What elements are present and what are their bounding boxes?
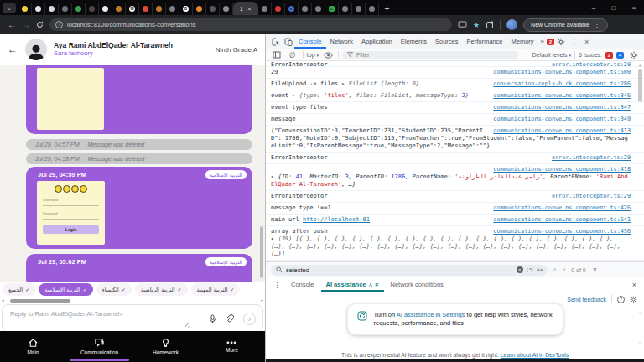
console-sidebar-icon[interactable] <box>270 49 283 60</box>
browser-tab[interactable] <box>206 3 220 15</box>
source-link[interactable]: error.interceptor.ts:29 <box>552 193 631 200</box>
next-match-icon[interactable]: ∨ <box>562 266 566 273</box>
chip-islamic-education[interactable]: التربية الإسلامية✓ <box>39 283 92 296</box>
console-prompt[interactable]: > <box>266 261 644 261</box>
context-selector[interactable]: top ▾ <box>307 52 319 58</box>
source-link[interactable]: communications-conve…ns.component.ts:347 <box>493 104 631 111</box>
source-link[interactable]: communications-conve…ns.component.ts:418 <box>493 166 631 173</box>
issues-warning-badge[interactable]: 4 <box>616 52 624 59</box>
message-bubble[interactable]: Jul 29, 04:59 PM التربية الإسلامية Usern… <box>26 167 252 249</box>
new-chrome-button[interactable]: New Chrome available ⋮ <box>523 18 607 32</box>
back-icon[interactable]: ← <box>8 21 16 29</box>
browser-tab[interactable] <box>272 3 285 15</box>
eye-icon[interactable] <box>322 49 335 60</box>
browser-tab[interactable] <box>312 3 325 15</box>
send-feedback-link[interactable]: Send feedback <box>567 297 606 303</box>
scroll-up-icon[interactable]: ▲ <box>637 62 643 67</box>
browser-tab[interactable] <box>339 3 352 15</box>
mic-icon[interactable] <box>206 313 219 325</box>
minimize-button[interactable]: – <box>584 4 604 12</box>
error-count-badge[interactable]: 2 <box>547 39 554 45</box>
extensions-icon[interactable] <box>486 21 494 29</box>
message-bubble[interactable]: Jul 29, 05:02 PM التربية الإسلامية <box>26 254 252 282</box>
close-window-button[interactable]: × <box>624 4 644 12</box>
browser-tab[interactable] <box>99 3 112 15</box>
browser-tab[interactable]: G <box>179 3 193 15</box>
browser-tab[interactable] <box>139 3 153 15</box>
reload-icon[interactable] <box>36 21 44 28</box>
close-search-icon[interactable]: × <box>593 266 597 274</box>
source-link[interactable]: communications-conve…ns.component.ts:349 <box>493 116 631 123</box>
address-bar[interactable]: i localhost:8100/communications-conversa… <box>49 18 452 31</box>
browser-tab[interactable] <box>193 3 206 15</box>
bookmark-star-icon[interactable]: ★ <box>473 21 480 29</box>
console-scrollbar[interactable]: ▲ <box>637 62 643 102</box>
browser-tab[interactable] <box>112 3 126 15</box>
browser-tab[interactable] <box>59 3 72 15</box>
browser-tab[interactable] <box>153 3 166 15</box>
resize-handle[interactable] <box>185 323 190 328</box>
regex-toggle[interactable]: (.*) <box>527 267 533 272</box>
app-back-icon[interactable]: ← <box>8 44 18 55</box>
close-tab-icon[interactable]: × <box>247 5 252 13</box>
new-tab-button[interactable]: + <box>379 4 396 13</box>
forward-icon[interactable]: → <box>22 21 30 29</box>
clear-console-icon[interactable]: ∅ <box>286 51 299 59</box>
chip-all[interactable]: الجميع✓ <box>3 283 35 296</box>
browser-tab[interactable] <box>258 3 272 15</box>
nav-more[interactable]: ••• More <box>199 331 265 362</box>
source-link[interactable]: error.interceptor.ts:29 <box>552 61 631 67</box>
devtools-close-icon[interactable]: × <box>581 38 592 46</box>
send-icon[interactable]: › <box>243 313 256 325</box>
scroll-left-icon[interactable]: ◂ <box>2 298 4 303</box>
device-toolbar-icon[interactable] <box>282 36 294 47</box>
console-filter-input[interactable]: Filter <box>342 51 518 59</box>
ai-settings-gear-icon[interactable] <box>630 296 637 303</box>
chip-physical-education[interactable]: التربية الرياضية✓ <box>135 283 188 296</box>
drawer-tab-ai-assistance[interactable]: AI assistance △ × <box>321 277 384 292</box>
drawer-tab-console[interactable]: Console <box>286 277 319 292</box>
learn-about-ai-link[interactable]: Learn about AI in DevTools <box>501 352 569 358</box>
site-info-icon[interactable]: i <box>55 21 63 28</box>
attachment-image[interactable]: Username Password Login <box>37 181 105 245</box>
tab-elements[interactable]: Elements <box>397 34 431 49</box>
profile-avatar[interactable] <box>506 19 517 30</box>
source-link[interactable]: communications-conve…ns.component.ts:500 <box>493 69 631 76</box>
panel-scrollbar[interactable]: ▴▾ <box>637 309 642 346</box>
tab-application[interactable]: Application <box>357 34 397 49</box>
tab-sources[interactable]: Sources <box>431 34 463 49</box>
console-log[interactable]: ▲ ErrorInterceptorerror.interceptor.ts:2… <box>266 61 644 261</box>
nav-communication[interactable]: Communication <box>66 331 132 362</box>
more-tabs-icon[interactable]: » <box>538 38 547 45</box>
browser-tab-active[interactable]: 1× <box>233 2 258 15</box>
source-link[interactable]: error.interceptor.ts:29 <box>552 154 631 162</box>
close-tab-icon[interactable]: × <box>375 281 378 288</box>
browser-tab[interactable] <box>32 3 45 15</box>
browser-tab[interactable]: tc <box>325 3 339 15</box>
previous-match-icon[interactable]: ∧ <box>553 266 557 273</box>
issues-error-badge[interactable]: 2 <box>605 52 613 59</box>
contact-avatar[interactable] <box>25 39 47 60</box>
devtools-menu-icon[interactable]: ⋮ <box>567 38 581 46</box>
source-link[interactable]: communications-conve…ns.component.ts:346 <box>493 92 631 100</box>
attachment-image[interactable] <box>37 68 104 130</box>
array-preview[interactable]: ▸ (39) [{…}, {…}, {…}, {…}, {…}, {…}, {…… <box>271 235 631 258</box>
tab-memory[interactable]: Memory <box>506 34 538 49</box>
chip-chemistry[interactable]: الكيمياء✓ <box>96 283 132 296</box>
chips-scrollbar[interactable]: ◂ ▸ <box>2 298 263 303</box>
close-drawer-icon[interactable]: × <box>629 281 640 289</box>
issues-label[interactable]: 6 Issues: <box>579 52 602 58</box>
tab-console[interactable]: Console <box>294 34 326 49</box>
browser-tab[interactable] <box>352 3 366 15</box>
browser-tab[interactable] <box>299 3 312 15</box>
source-link[interactable]: conversation-reply-b…ck.component.ts:286 <box>493 80 631 88</box>
match-case-toggle[interactable]: Aa <box>537 267 543 272</box>
nav-homework[interactable]: Homework <box>132 331 199 362</box>
browser-tab[interactable] <box>166 3 179 15</box>
chip-vocational-education[interactable]: التربية المهنية✓ <box>191 283 241 296</box>
kebab-icon[interactable]: ⋮ <box>595 22 600 28</box>
browser-tab[interactable] <box>45 3 59 15</box>
scroll-right-icon[interactable]: ▸ <box>261 298 263 303</box>
chat-scrollbar[interactable] <box>260 226 263 278</box>
message-bubble[interactable] <box>26 65 252 134</box>
